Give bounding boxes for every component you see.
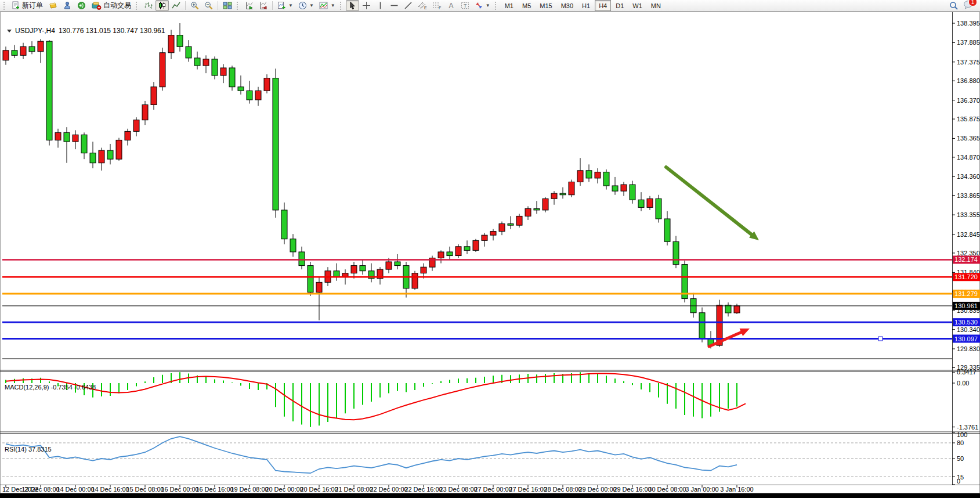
candlestick-chart-button[interactable]: [156, 0, 169, 11]
arrow-objects-icon: [475, 1, 483, 10]
timeframe-button-M30[interactable]: M30: [557, 0, 577, 11]
chart-canvas[interactable]: 138.395137.885137.375136.880136.370135.8…: [0, 12, 980, 498]
dropdown-caret-icon: ▼: [331, 3, 335, 8]
svg-text:23 Dec 08:00: 23 Dec 08:00: [439, 486, 477, 493]
tile-windows-icon: [223, 1, 232, 10]
svg-text:132.350: 132.350: [957, 250, 980, 257]
toolbar-grip[interactable]: [237, 2, 240, 10]
zoom-in-button[interactable]: [188, 0, 201, 11]
new-chart-dropdown[interactable]: ▼: [275, 0, 295, 11]
chart-profile-button[interactable]: [46, 0, 60, 11]
timeframe-button-W1[interactable]: W1: [628, 0, 646, 11]
svg-text:137.375: 137.375: [957, 59, 980, 66]
indicators-dropdown[interactable]: ▼: [317, 0, 338, 11]
zoom-out-icon: [204, 1, 213, 10]
vertical-line-icon: [376, 1, 385, 10]
text-tool-button[interactable]: A: [444, 0, 458, 11]
period-dropdown[interactable]: ▼: [296, 0, 316, 11]
zoom-in-icon: [190, 1, 199, 10]
timeframe-group: M1M5M15M30H1H4D1W1MN: [501, 0, 665, 11]
new-order-button[interactable]: 新订单: [9, 0, 45, 11]
svg-text:135.875: 135.875: [957, 116, 980, 122]
timeframe-button-D1[interactable]: D1: [612, 0, 628, 11]
crosshair-icon: [362, 1, 371, 10]
svg-text:-1.3761: -1.3761: [957, 424, 978, 431]
svg-text:22 Dec 00:00: 22 Dec 00:00: [370, 486, 407, 493]
horizontal-line-tool-button[interactable]: [388, 0, 401, 11]
svg-text:135.365: 135.365: [957, 135, 980, 142]
timeframe-button-H4[interactable]: H4: [595, 0, 611, 11]
svg-text:131.720: 131.720: [954, 273, 978, 280]
arrows-dropdown[interactable]: ▼: [472, 0, 493, 11]
chart-profile-icon: [48, 1, 57, 10]
svg-text:29 Dec 16:00: 29 Dec 16:00: [613, 486, 651, 493]
svg-text:130.097: 130.097: [954, 335, 978, 342]
line-handle[interactable]: [878, 337, 883, 341]
timeframe-button-H1[interactable]: H1: [578, 0, 594, 11]
autotrading-label: 自动交易: [103, 1, 131, 10]
svg-text:130.530: 130.530: [954, 319, 978, 326]
svg-text:134.870: 134.870: [957, 154, 980, 161]
svg-text:136.370: 136.370: [957, 97, 980, 104]
new-chart-icon: [277, 1, 286, 10]
cursor-tool-button[interactable]: [346, 0, 359, 11]
svg-text:13 Dec 08:00: 13 Dec 08:00: [21, 486, 59, 493]
vertical-line-tool-button[interactable]: [374, 0, 387, 11]
timeframe-button-M1[interactable]: M1: [501, 0, 518, 11]
svg-text:136.880: 136.880: [957, 77, 980, 84]
time-axis: 12 Dec 202213 Dec 08:0014 Dec 00:0014 De…: [2, 485, 754, 493]
toolbar-grip[interactable]: [3, 2, 7, 10]
autotrading-button[interactable]: 自动交易: [89, 0, 133, 11]
toolbar-separator: [185, 1, 186, 10]
chart-shift-button[interactable]: [256, 0, 270, 11]
svg-text:0.00: 0.00: [957, 380, 969, 387]
svg-text:132.174: 132.174: [954, 256, 978, 263]
crosshair-tool-button[interactable]: [360, 0, 373, 11]
signals-button[interactable]: [75, 0, 89, 11]
bottom-bar: [0, 493, 980, 498]
svg-text:27 Dec 16:00: 27 Dec 16:00: [509, 486, 547, 493]
auto-scroll-icon: [245, 1, 254, 10]
fibonacci-tool-button[interactable]: F: [430, 0, 444, 11]
line-chart-button[interactable]: [169, 0, 183, 11]
notifications-button[interactable]: 1: [963, 0, 974, 12]
svg-text:19 Dec 08:00: 19 Dec 08:00: [230, 486, 268, 493]
timeframe-button-M15[interactable]: M15: [536, 0, 556, 11]
chart-window: 138.395137.885137.375136.880136.370135.8…: [0, 12, 980, 498]
dropdown-caret-icon: ▼: [288, 3, 293, 8]
svg-text:20 Dec 16:00: 20 Dec 16:00: [300, 486, 338, 493]
signals-icon: [77, 1, 86, 10]
svg-text:134.360: 134.360: [957, 173, 980, 180]
search-icon[interactable]: [949, 1, 959, 10]
clock-icon: [298, 1, 307, 10]
svg-text:0: 0: [957, 478, 960, 485]
bar-chart-button[interactable]: [142, 0, 155, 11]
equidistant-channel-tool-button[interactable]: E: [415, 0, 429, 11]
toolbar-grip[interactable]: [136, 2, 139, 10]
toolbar-separator: [218, 1, 218, 10]
candlestick-chart-icon: [158, 1, 167, 10]
svg-text:3 Jan 00:00: 3 Jan 00:00: [685, 486, 719, 493]
svg-text:14 Dec 16:00: 14 Dec 16:00: [91, 486, 129, 493]
indicators-icon: [319, 1, 328, 10]
toolbar-grip[interactable]: [495, 2, 498, 10]
svg-text:15 Dec 08:00: 15 Dec 08:00: [126, 486, 164, 493]
tile-windows-button[interactable]: [220, 0, 234, 11]
timeframe-button-MN[interactable]: MN: [647, 0, 665, 11]
svg-text:137.885: 137.885: [957, 39, 980, 46]
svg-text:130.340: 130.340: [957, 326, 980, 333]
autotrading-icon: [92, 1, 102, 10]
zoom-out-button[interactable]: [202, 0, 215, 11]
toolbar-grip[interactable]: [340, 2, 343, 10]
new-order-label: 新订单: [22, 1, 43, 10]
line-chart-icon: [172, 1, 180, 10]
text-label-tool-button[interactable]: T: [458, 0, 472, 11]
trendline-tool-button[interactable]: [402, 0, 415, 11]
notification-count-badge: 1: [968, 0, 977, 6]
svg-text:129.830: 129.830: [957, 345, 980, 352]
timeframe-button-M5[interactable]: M5: [518, 0, 535, 11]
svg-text:A: A: [449, 2, 453, 10]
svg-text:21 Dec 08:00: 21 Dec 08:00: [335, 486, 373, 493]
auto-scroll-button[interactable]: [243, 0, 256, 11]
market-watch-button[interactable]: [60, 0, 74, 11]
